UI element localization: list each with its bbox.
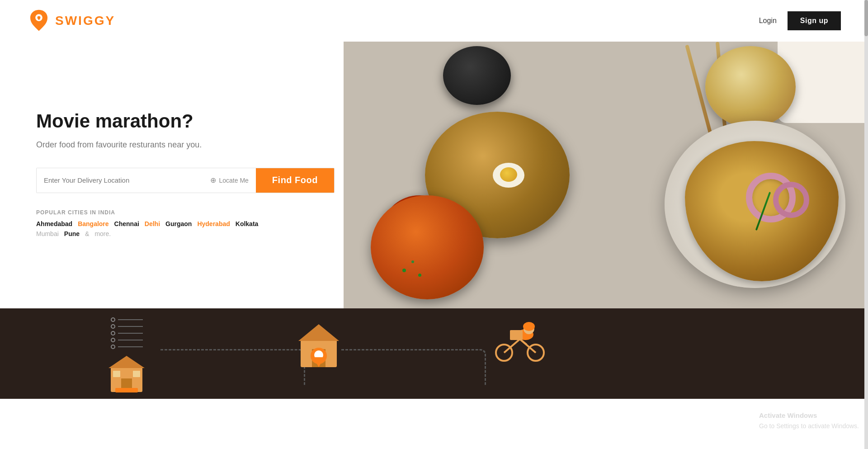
header-nav: Login Sign up (759, 11, 841, 30)
black-bowl (443, 46, 511, 105)
bullet (111, 324, 115, 329)
svg-rect-21 (510, 330, 523, 340)
egg-yolk (500, 167, 517, 182)
cities-row-2: Mumbai Pune & more. (36, 230, 316, 240)
line (118, 319, 143, 320)
locate-icon: ⊕ (210, 176, 216, 184)
step-2 (296, 317, 341, 372)
city-gurgaon[interactable]: Gurgaon (165, 220, 192, 227)
list-item (111, 345, 143, 349)
signup-button[interactable]: Sign up (788, 11, 841, 30)
svg-rect-6 (115, 388, 138, 392)
scrollbar[interactable] (864, 0, 868, 399)
city-more[interactable]: more. (94, 230, 111, 237)
bullet (111, 331, 115, 336)
restaurant-icon (108, 354, 145, 394)
popular-cities-label: POPULAR CITIES IN INDIA (36, 209, 316, 216)
bottom-section: Activate Windows Go to Settings to activ… (0, 308, 868, 399)
line (118, 340, 143, 340)
logo-area: SWIGGY (27, 9, 115, 33)
locate-me-label: Locate Me (219, 177, 248, 184)
scroll-thumb[interactable] (864, 0, 868, 36)
bullet (111, 345, 115, 349)
step-1-list (111, 317, 143, 349)
svg-marker-5 (108, 356, 145, 368)
curry-bowl (371, 195, 484, 299)
herb-1 (402, 269, 406, 272)
step-3 (493, 317, 547, 363)
list-item (111, 324, 143, 329)
search-bar: ⊕ Locate Me Find Food (36, 168, 335, 193)
bullet (111, 338, 115, 342)
locate-me-button[interactable]: ⊕ Locate Me (210, 176, 248, 184)
svg-rect-4 (133, 371, 140, 377)
delivery-icon (493, 317, 547, 363)
line (118, 333, 143, 334)
popular-cities: POPULAR CITIES IN INDIA Ahmedabad Bangal… (36, 209, 316, 240)
city-mumbai[interactable]: Mumbai (36, 230, 59, 237)
header: SWIGGY Login Sign up (0, 0, 868, 42)
line (118, 346, 143, 347)
swiggy-logo-icon (27, 9, 51, 33)
city-hyderabad[interactable]: Hyderabad (197, 220, 230, 227)
hero-right (344, 42, 868, 308)
house-location-icon (296, 317, 341, 372)
city-ahmedabad[interactable]: Ahmedabad (36, 220, 72, 227)
hero-section: Movie marathon? Order food from favourit… (0, 42, 868, 308)
hero-headline: Movie marathon? (36, 110, 316, 132)
location-input[interactable] (44, 176, 206, 184)
step-1 (108, 317, 145, 394)
hero-subtext: Order food from favourite resturants nea… (36, 140, 316, 150)
list-item (111, 331, 143, 336)
svg-rect-3 (113, 371, 120, 377)
city-pune[interactable]: Pune (64, 230, 80, 237)
city-bangalore[interactable]: Bangalore (78, 220, 108, 227)
list-item (111, 317, 143, 322)
bullet (111, 317, 115, 322)
city-chennai[interactable]: Chennai (114, 220, 139, 227)
find-food-button[interactable]: Find Food (256, 168, 334, 193)
connector-1 (160, 349, 305, 385)
noodles-bowl (705, 46, 796, 128)
svg-marker-8 (298, 324, 339, 341)
food-scene (344, 42, 868, 308)
onion-ring-inner (773, 182, 809, 218)
cities-row-1: Ahmedabad Bangalore Chennai Delhi Gurgao… (36, 220, 316, 230)
list-item (111, 338, 143, 342)
hero-left: Movie marathon? Order food from favourit… (0, 42, 344, 308)
line (118, 326, 143, 327)
city-kolkata[interactable]: Kolkata (236, 220, 259, 227)
svg-point-20 (523, 322, 535, 331)
login-button[interactable]: Login (759, 17, 777, 25)
herb-2 (411, 260, 414, 263)
search-input-wrap: ⊕ Locate Me (37, 168, 256, 193)
city-ampersand: & (85, 230, 89, 237)
logo-text: SWIGGY (55, 14, 115, 28)
herb-3 (418, 274, 421, 277)
city-delhi[interactable]: Delhi (145, 220, 160, 227)
connector-2 (341, 349, 486, 385)
